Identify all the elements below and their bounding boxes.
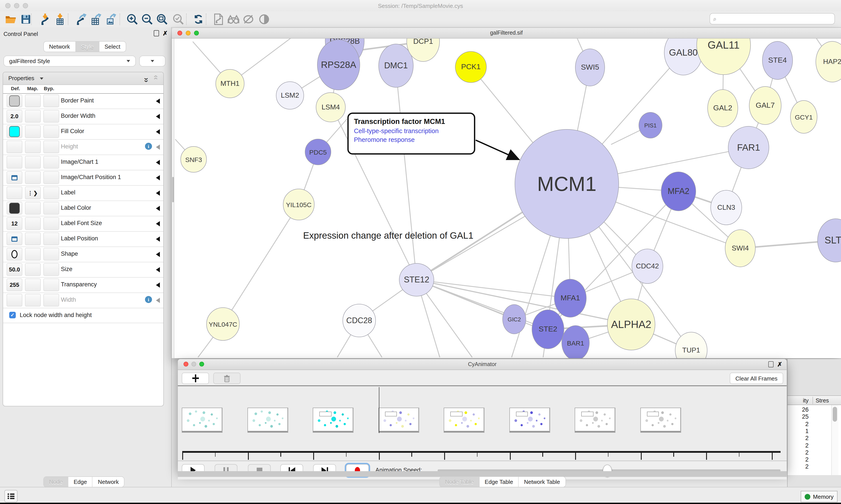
mapping-cell[interactable] [25, 94, 41, 107]
close-panel-icon[interactable]: ✗ [163, 31, 168, 36]
scrollbar-thumb[interactable] [833, 407, 837, 422]
bypass-cell[interactable] [43, 94, 59, 107]
expand-all-icon[interactable]: ⌄⌄ [143, 74, 149, 81]
style-selector[interactable]: galFiltered Style [3, 56, 136, 67]
network-node-cln3[interactable]: CLN3 [711, 190, 742, 225]
bypass-cell[interactable] [43, 233, 59, 245]
info-icon[interactable]: i [145, 143, 152, 150]
default-value-cell[interactable] [6, 186, 22, 199]
network-node-rps28a[interactable]: RPS28A [317, 39, 360, 90]
default-value-cell[interactable] [6, 202, 22, 215]
cyanimator-titlebar[interactable]: CyAnimator ✗ [178, 359, 787, 370]
mapping-cell[interactable] [25, 263, 41, 276]
network-node-ste2[interactable]: STE2 [532, 310, 564, 349]
table-col-centrality[interactable]: ity [788, 397, 809, 404]
hide-details-button[interactable] [242, 13, 255, 26]
cyanimator-timeline[interactable]: 0123456789 Seconds [178, 386, 787, 461]
tab-node[interactable]: Node [44, 477, 68, 487]
search-network-button[interactable] [227, 13, 240, 26]
memory-button[interactable]: Memory [801, 491, 838, 502]
expand-property-icon[interactable] [156, 283, 160, 288]
timeline-frame-2[interactable] [313, 408, 354, 433]
mapping-cell[interactable] [25, 202, 41, 215]
mapping-cell[interactable] [25, 156, 41, 168]
table-vertical-scrollbar[interactable] [831, 405, 838, 475]
network-node-lsm2[interactable]: LSM2 [276, 82, 304, 109]
bypass-cell[interactable] [43, 217, 59, 230]
default-value-cell[interactable]: 2.0 [6, 110, 22, 123]
timeline-frame-0[interactable] [182, 408, 222, 433]
table-row[interactable]: 25 [788, 414, 809, 420]
zoom-selected-button[interactable] [172, 13, 185, 26]
network-node-yil105c[interactable]: YIL105C [283, 189, 315, 220]
timeline-frame-6[interactable] [575, 408, 615, 433]
delete-frame-button[interactable] [213, 373, 240, 384]
expand-property-icon[interactable] [156, 298, 160, 303]
table-row[interactable]: 2 [788, 449, 809, 456]
network-vertical-scrollbar[interactable] [172, 38, 174, 358]
mapping-cell[interactable] [25, 110, 41, 123]
timeline-frame-1[interactable] [247, 408, 288, 433]
search-input[interactable] [718, 15, 835, 22]
network-node-bar1[interactable]: BAR1 [561, 325, 590, 358]
column-divider[interactable] [812, 397, 813, 404]
default-value-cell[interactable] [6, 233, 22, 245]
table-row[interactable]: 2 [788, 442, 809, 449]
bypass-cell[interactable] [43, 156, 59, 168]
network-node-cdc28[interactable]: CDC28 [342, 304, 376, 337]
expand-property-icon[interactable] [156, 191, 160, 196]
open-session-button[interactable] [4, 13, 18, 26]
default-value-cell[interactable]: 255 [6, 278, 22, 291]
network-node-pck1[interactable]: PCK1 [455, 51, 487, 83]
zoom-out-button[interactable] [141, 13, 154, 26]
default-value-cell[interactable] [6, 171, 22, 184]
bypass-cell[interactable] [43, 278, 59, 291]
network-node-gcy1[interactable]: GCY1 [790, 100, 817, 133]
close-panel-icon[interactable]: ✗ [777, 362, 782, 367]
save-session-button[interactable] [19, 13, 32, 26]
bypass-cell[interactable] [43, 248, 59, 260]
network-node-gic2[interactable]: GIC2 [502, 304, 526, 334]
property-row-height[interactable]: Heighti [3, 139, 163, 155]
export-network-button[interactable] [75, 13, 88, 26]
default-value-cell[interactable] [6, 294, 22, 307]
property-row-transparency[interactable]: 255Transparency [3, 277, 163, 293]
expand-property-icon[interactable] [156, 160, 160, 165]
show-details-button[interactable] [257, 13, 271, 26]
mapping-cell[interactable] [25, 233, 41, 245]
mapping-cell[interactable] [25, 141, 41, 153]
tab-network[interactable]: Network [93, 477, 124, 487]
expand-property-icon[interactable] [156, 144, 160, 150]
zoom-in-button[interactable] [126, 13, 139, 26]
default-value-cell[interactable]: 12 [6, 217, 22, 230]
network-node-mth1[interactable]: MTH1 [215, 69, 245, 98]
search-field[interactable]: ⌕ [710, 13, 835, 24]
table-row[interactable]: 2 [788, 456, 809, 463]
table-col-stress[interactable]: Stres [816, 397, 829, 404]
annotation-link-1[interactable]: Cell-type-specific transcription [354, 127, 469, 134]
apply-layout-button[interactable] [192, 13, 205, 26]
table-row[interactable]: 2 [788, 420, 809, 427]
network-canvas[interactable]: RPS28BMTH1RPS28ADMC1DCP1PCK1LSM2LSM4SNF3… [172, 38, 841, 358]
expand-property-icon[interactable] [156, 221, 160, 227]
expand-property-icon[interactable] [156, 129, 160, 134]
network-node-swi4[interactable]: SWI4 [725, 230, 756, 267]
export-table-button[interactable] [90, 13, 103, 26]
zoom-fit-button[interactable] [156, 13, 168, 26]
network-node-ste12[interactable]: STE12 [399, 263, 434, 296]
expand-property-icon[interactable] [156, 206, 160, 211]
annotation-box[interactable]: Transcription factor MCM1 Cell-type-spec… [347, 112, 475, 155]
network-node-gal7[interactable]: GAL7 [749, 86, 782, 125]
style-options-button[interactable] [139, 56, 165, 67]
mapping-cell[interactable] [25, 248, 41, 260]
mapping-cell[interactable] [25, 217, 41, 230]
bypass-cell[interactable] [43, 171, 59, 184]
expand-property-icon[interactable] [156, 267, 160, 272]
table-horizontal-scrollbar[interactable] [178, 471, 787, 477]
property-row-image-chart-1[interactable]: Image/Chart 1 [3, 155, 163, 170]
expand-property-icon[interactable] [156, 98, 160, 104]
tab-style[interactable]: Style [75, 41, 99, 52]
property-row-label[interactable]: ⋮❯Label [3, 185, 163, 201]
scrollbar-thumb[interactable] [172, 177, 174, 202]
timeline-frame-7[interactable] [640, 408, 681, 433]
